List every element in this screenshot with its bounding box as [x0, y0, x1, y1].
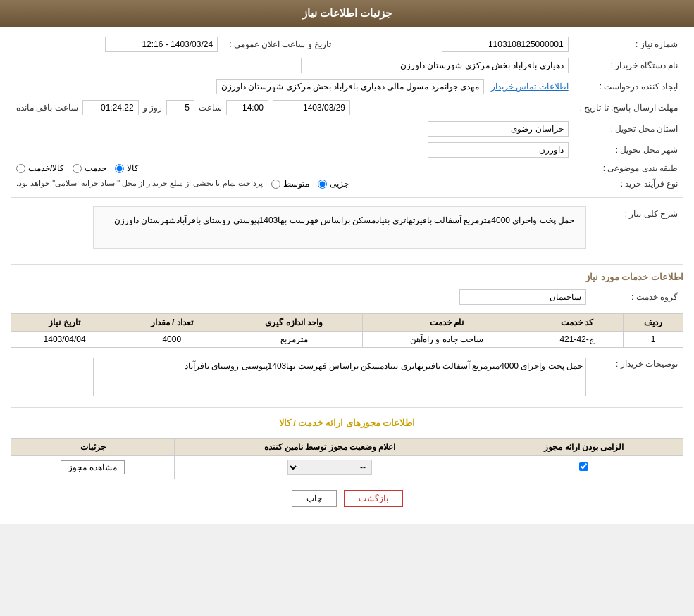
row-process-type: نوع فرآیند خرید : پرداخت تمام یا بخشی از… — [11, 176, 683, 191]
need-desc-table: شرح کلی نیاز : حمل پخت واجرای 4000مترمرب… — [11, 203, 683, 258]
process-type-value: پرداخت تمام یا بخشی از مبلغ خریدار از مح… — [11, 176, 574, 191]
deadline-value: ساعت باقی مانده روز و ساعت — [11, 97, 574, 118]
category-radio-kala[interactable]: کالا — [115, 163, 139, 173]
permissions-table-body: -- مشاهده مجوز — [11, 456, 683, 479]
page-header: جزئیات اطلاعات نیاز — [0, 0, 694, 27]
category-label: طبقه بندی موضوعی : — [574, 161, 683, 176]
services-table-header-row: ردیف کد خدمت نام خدمت واحد اندازه گیری ت… — [11, 314, 683, 332]
row-deadline: مهلت ارسال پاسخ: تا تاریخ : ساعت باقی ما… — [11, 97, 683, 118]
row-city: شهر محل تحویل : — [11, 139, 683, 161]
services-table-head: ردیف کد خدمت نام خدمت واحد اندازه گیری ت… — [11, 314, 683, 332]
services-section-title: اطلاعات خدمات مورد نیاز — [11, 272, 683, 282]
category-radio-khadmat[interactable]: خدمت — [73, 163, 106, 173]
province-input[interactable] — [428, 121, 569, 137]
info-table: شماره نیاز : تاریخ و ساعت اعلان عمومی : … — [11, 34, 683, 191]
need-number-value — [337, 34, 574, 55]
permissions-row: -- مشاهده مجوز — [11, 456, 683, 479]
row-province: استان محل تحویل : — [11, 118, 683, 139]
divider-1 — [11, 197, 683, 198]
remaining-label: ساعت باقی مانده — [16, 103, 78, 113]
cell-row: 1 — [624, 332, 683, 348]
perm-mandatory-cell — [485, 456, 683, 479]
category-radio-kala-input[interactable] — [115, 164, 124, 173]
process-jazei-label: جزیی — [330, 179, 349, 189]
buyer-org-value — [11, 55, 574, 76]
buyer-org-input[interactable] — [301, 58, 569, 73]
back-button[interactable]: بازگشت — [344, 490, 403, 507]
process-jazei-input[interactable] — [318, 180, 327, 189]
need-number-label: شماره نیاز : — [574, 34, 683, 55]
creator-value: اطلاعات تماس خریدار — [11, 76, 574, 97]
service-group-input[interactable] — [459, 289, 586, 305]
announce-date-value — [11, 34, 223, 55]
status-select[interactable]: -- — [287, 460, 372, 475]
creator-input[interactable] — [216, 79, 484, 94]
need-desc-box: حمل پخت واجرای 4000مترمربع آسفالت بافیرت… — [93, 206, 586, 249]
deadline-label: مهلت ارسال پاسخ: تا تاریخ : — [574, 97, 683, 118]
perm-col-status: اعلام وضعیت مجوز توسط نامین کننده — [175, 439, 485, 456]
time-label: ساعت — [199, 103, 222, 113]
need-desc-value: حمل پخت واجرای 4000مترمربع آسفالت بافیرت… — [11, 203, 592, 258]
buyer-notes-textarea[interactable]: حمل پخت واجرای 4000مترمربع آسفالت بافیرت… — [93, 358, 586, 396]
col-name: نام خدمت — [363, 314, 531, 332]
permissions-header-row: الزامی بودن ارائه مجوز اعلام وضعیت مجوز … — [11, 439, 683, 456]
days-input[interactable] — [166, 100, 194, 115]
buyer-org-label: نام دستگاه خریدار : — [574, 55, 683, 76]
category-radio-kala-khadmat[interactable]: کالا/خدمت — [16, 163, 64, 173]
row-creator: ایجاد کننده درخواست : اطلاعات تماس خریدا… — [11, 76, 683, 97]
city-input[interactable] — [428, 142, 569, 158]
row-category: طبقه بندی موضوعی : کالا/خدمت خدمت کالا — [11, 161, 683, 176]
cell-name: ساخت جاده و راه‌آهن — [363, 332, 531, 348]
row-service-group: گروه خدمت : — [11, 287, 683, 308]
category-kala-label: کالا — [127, 163, 139, 173]
print-button[interactable]: چاپ — [292, 490, 337, 507]
process-type-label: نوع فرآیند خرید : — [574, 176, 683, 191]
perm-col-mandatory: الزامی بودن ارائه مجوز — [485, 439, 683, 456]
days-label: روز و — [143, 103, 162, 113]
cell-unit: مترمربع — [225, 332, 363, 348]
page-container: جزئیات اطلاعات نیاز شماره نیاز : تاریخ و… — [0, 0, 694, 524]
col-unit: واحد اندازه گیری — [225, 314, 363, 332]
process-motaghsed[interactable]: متوسط — [271, 179, 309, 189]
date-input[interactable] — [273, 100, 350, 115]
view-permit-button[interactable]: مشاهده مجوز — [61, 460, 124, 474]
perm-details-cell: مشاهده مجوز — [11, 456, 175, 479]
row-buyer-notes: توضیحات خریدار : حمل پخت واجرای 4000مترم… — [11, 355, 683, 401]
mandatory-checkbox[interactable] — [579, 462, 588, 471]
announce-date-input[interactable] — [105, 37, 218, 52]
city-value — [11, 139, 574, 161]
buyer-notes-table: توضیحات خریدار : حمل پخت واجرای 4000مترم… — [11, 355, 683, 401]
process-note: پرداخت تمام یا بخشی از مبلغ خریدار از مح… — [16, 179, 263, 188]
contact-info-link[interactable]: اطلاعات تماس خریدار — [491, 82, 569, 92]
permissions-link-text: اطلاعات مجوزهای ارائه خدمت / کالا — [279, 417, 416, 428]
process-motaghsed-label: متوسط — [283, 179, 309, 189]
cell-code: ج-42-421 — [531, 332, 624, 348]
process-motaghsed-input[interactable] — [271, 180, 280, 189]
col-code: کد خدمت — [531, 314, 624, 332]
col-row: ردیف — [624, 314, 683, 332]
cell-quantity: 4000 — [118, 332, 225, 348]
announce-date-label: تاریخ و ساعت اعلان عمومی : — [223, 34, 337, 55]
main-content: شماره نیاز : تاریخ و ساعت اعلان عمومی : … — [0, 27, 694, 524]
province-value — [11, 118, 574, 139]
permissions-table-head: الزامی بودن ارائه مجوز اعلام وضعیت مجوز … — [11, 439, 683, 456]
divider-3 — [11, 407, 683, 408]
need-desc-text: حمل پخت واجرای 4000مترمربع آسفالت بافیرت… — [102, 213, 577, 228]
need-number-input[interactable] — [442, 37, 569, 52]
category-value: کالا/خدمت خدمت کالا — [11, 161, 574, 176]
time-input[interactable] — [226, 100, 268, 115]
process-jazei[interactable]: جزیی — [318, 179, 349, 189]
service-group-value — [11, 287, 592, 308]
divider-2 — [11, 264, 683, 265]
col-quantity: تعداد / مقدار — [118, 314, 225, 332]
category-radio-khadmat-input[interactable] — [73, 164, 82, 173]
row-need-number: شماره نیاز : تاریخ و ساعت اعلان عمومی : — [11, 34, 683, 55]
service-group-table: گروه خدمت : — [11, 287, 683, 308]
category-radio-kala-khadmat-input[interactable] — [16, 164, 25, 173]
cell-date: 1403/04/04 — [11, 332, 118, 348]
col-date: تاریخ نیاز — [11, 314, 118, 332]
buyer-notes-label: توضیحات خریدار : — [592, 355, 683, 401]
bottom-buttons: بازگشت چاپ — [11, 479, 683, 517]
permissions-link[interactable]: اطلاعات مجوزهای ارائه خدمت / کالا — [11, 413, 683, 432]
remaining-input[interactable] — [82, 100, 139, 115]
